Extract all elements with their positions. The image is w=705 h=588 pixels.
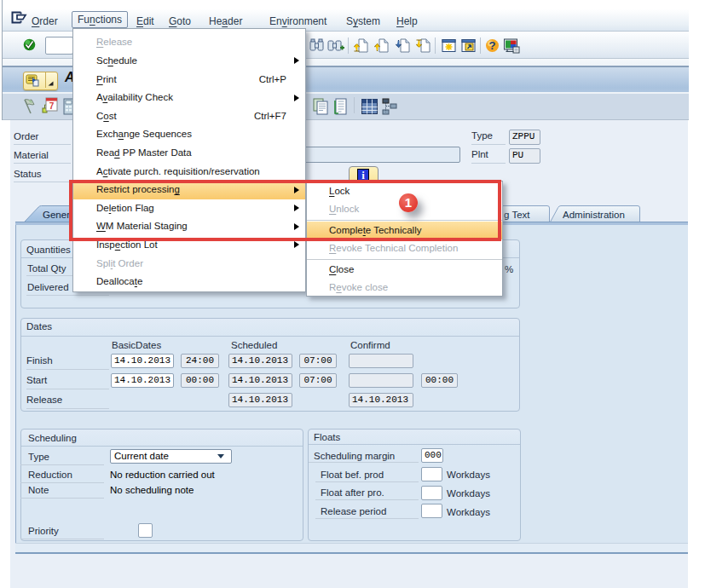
svg-text:7: 7 <box>49 101 55 111</box>
svg-text:?: ? <box>489 39 496 52</box>
